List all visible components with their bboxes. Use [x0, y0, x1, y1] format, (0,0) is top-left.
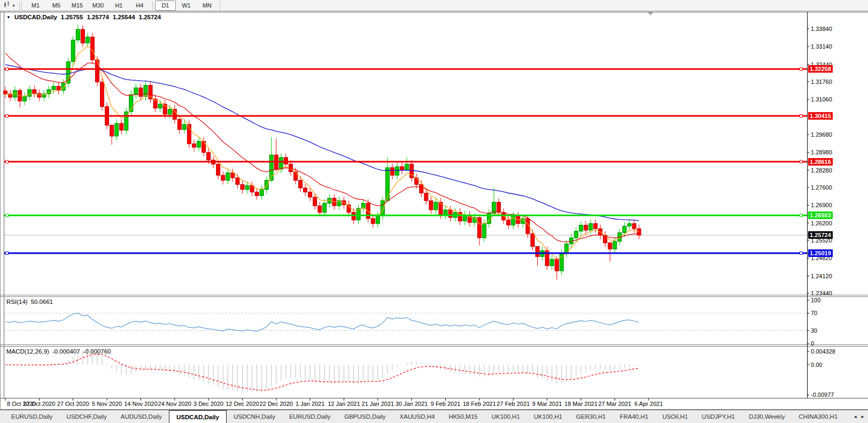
chart-tab-usdcnh-daily[interactable]: USDCNH,Daily — [227, 410, 282, 423]
timeframe-button-m30[interactable]: M30 — [88, 1, 108, 11]
price-label-1.32258: 1.32258 — [808, 65, 833, 73]
last-bar-marker-icon — [648, 12, 653, 15]
chart-tab-xauusd-h4[interactable]: XAUUSD,H4 — [393, 410, 442, 423]
macd-indicator-name: MACD(12,26,9) — [6, 348, 49, 355]
toolbar-separator — [220, 1, 220, 10]
tab-scroll-right-button[interactable]: ► — [861, 414, 865, 419]
timeframe-button-m5[interactable]: M5 — [46, 1, 67, 11]
timeframe-button-m1[interactable]: M1 — [25, 1, 46, 11]
chart-symbol-period: USDCAD,Daily — [14, 14, 57, 20]
timeframe-button-w1[interactable]: W1 — [176, 1, 197, 11]
ohlc-close: 1.25724 — [139, 14, 161, 20]
trading-terminal: ▼ M1M5M15M30H1H4D1W1MN 1.338401.331401.3… — [0, 0, 868, 423]
price-label-1.25019: 1.25019 — [808, 249, 833, 257]
chart-tab-eurusd-daily[interactable]: EURUSD,Daily — [4, 410, 59, 423]
macd-panel-label: MACD(12,26,9) -0.000407 -0.000760 — [6, 348, 111, 355]
timeframe-button-m15[interactable]: M15 — [67, 1, 88, 11]
chart-tab-usoil-h1[interactable]: USOil,H1 — [655, 410, 695, 423]
objects-tool-icon — [3, 1, 11, 10]
price-label-1.30415: 1.30415 — [808, 112, 833, 120]
chart-tab-fra40-h1[interactable]: FRA40,H1 — [613, 410, 655, 423]
chart-tab-uk100-h1[interactable]: UK100,H1 — [527, 410, 569, 423]
chart-tab-china300-h1[interactable]: CHINA300,H1 — [792, 410, 844, 423]
objects-tool-button[interactable]: ▼ — [2, 1, 17, 10]
chart-tab-eurusd-daily[interactable]: EURUSD,Daily — [282, 410, 337, 423]
chart-tab-uk100-h1[interactable]: UK100,H1 — [485, 410, 527, 423]
timeframe-button-h1[interactable]: H1 — [108, 1, 129, 11]
price-label-1.28616: 1.28616 — [808, 158, 833, 166]
toolbar-grip[interactable] — [19, 2, 22, 10]
timeframe-toolbar: ▼ M1M5M15M30H1H4D1W1MN — [0, 0, 868, 11]
timeframe-buttons: M1M5M15M30H1H4D1W1MN — [25, 1, 222, 11]
timeframe-button-d1[interactable]: D1 — [155, 1, 176, 11]
chart-tab-hk50-m15[interactable]: HK50,M15 — [441, 410, 484, 423]
chart-tab-gbpusd-daily[interactable]: GBPUSD,Daily — [337, 410, 392, 423]
rsi-indicator-name: RSI(14) — [6, 299, 28, 305]
tab-scroll-left-button[interactable]: ◄ — [853, 414, 857, 419]
chart-window[interactable] — [0, 11, 868, 410]
rsi-panel-label: RSI(14) 50.0661 — [6, 299, 53, 305]
ohlc-open: 1.25755 — [61, 14, 83, 20]
chart-title: ▼ USDCAD,Daily 1.25755 1.25774 1.25544 1… — [6, 14, 161, 20]
toolbar-separator — [152, 1, 153, 10]
chart-tab-ger30-h1[interactable]: GER30,H1 — [569, 410, 613, 423]
chart-tab-usdchf-daily[interactable]: USDCHF,Daily — [59, 410, 113, 423]
chart-tab-bar: EURUSD,DailyUSDCHF,DailyAUDUSD,DailyUSDC… — [0, 410, 868, 423]
macd-indicator-value-signal: -0.000760 — [83, 348, 111, 355]
ohlc-low: 1.25544 — [113, 14, 135, 20]
chart-tab-usdcad-daily[interactable]: USDCAD,Daily — [169, 410, 227, 423]
chart-tab-dj30-weekly[interactable]: DJ30,Weekly — [742, 410, 792, 423]
collapse-chart-icon[interactable]: ▼ — [6, 15, 11, 20]
ohlc-high: 1.25774 — [87, 14, 109, 20]
timeframe-button-mn[interactable]: MN — [197, 1, 218, 11]
tab-scroll-arrows: ◄ ► — [850, 411, 868, 423]
chart-tab-audusd-daily[interactable]: AUDUSD,Daily — [114, 410, 169, 423]
macd-indicator-value-main: -0.000407 — [52, 348, 80, 355]
chart-tab-usdjpy-h1[interactable]: USDJPY,H1 — [695, 410, 742, 423]
current-price-label: 1.25724 — [808, 231, 833, 239]
rsi-indicator-value: 50.0661 — [31, 299, 53, 305]
timeframe-button-h4[interactable]: H4 — [129, 1, 150, 11]
price-label-1.26503: 1.26503 — [808, 212, 833, 219]
chart-tab-strip: EURUSD,DailyUSDCHF,DailyAUDUSD,DailyUSDC… — [0, 410, 855, 423]
chevron-down-icon: ▼ — [12, 4, 15, 7]
